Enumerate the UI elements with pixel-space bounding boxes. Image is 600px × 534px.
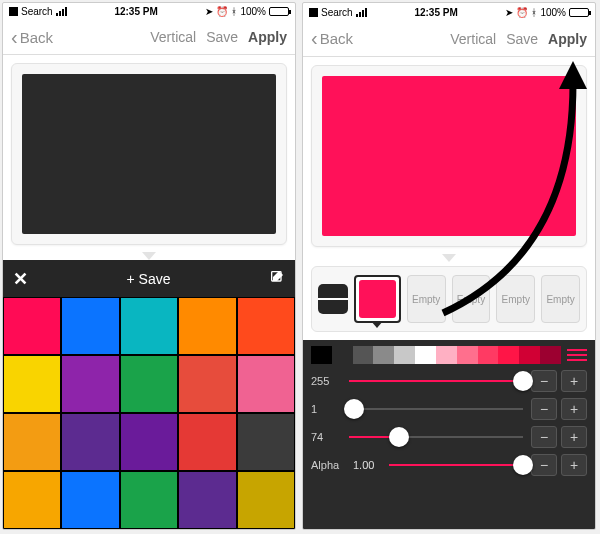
location-icon: ➤ [505, 7, 513, 18]
color-swatch[interactable] [62, 414, 118, 470]
back-button[interactable]: ‹Back [311, 27, 353, 50]
gradient-strip[interactable] [311, 346, 561, 364]
nav-bar: ‹Back Vertical Save Apply [303, 21, 595, 57]
increment-button[interactable]: + [561, 398, 587, 420]
swatch-slot-empty[interactable]: Empty [452, 275, 491, 323]
color-swatch[interactable] [121, 472, 177, 528]
color-swatch[interactable] [121, 356, 177, 412]
swatch-menu-button[interactable] [318, 284, 348, 314]
decrement-button[interactable]: − [531, 426, 557, 448]
color-swatch[interactable] [238, 356, 294, 412]
color-swatch[interactable] [179, 472, 235, 528]
color-swatch[interactable] [179, 414, 235, 470]
swatch-slot-empty[interactable]: Empty [496, 275, 535, 323]
alarm-icon: ⏰ [216, 6, 228, 17]
increment-button[interactable]: + [561, 370, 587, 392]
slider-blue-value: 74 [311, 431, 341, 443]
apply-button[interactable]: Apply [548, 31, 587, 47]
bluetooth-icon: ᚼ [231, 6, 237, 17]
card-notch-icon [442, 254, 456, 262]
nav-bar: ‹Back Vertical Save Apply [3, 20, 295, 55]
slider-alpha-label: Alpha [311, 459, 345, 471]
chevron-left-icon: ‹ [11, 26, 18, 49]
save-button[interactable]: Save [206, 29, 238, 45]
color-swatch[interactable] [179, 356, 235, 412]
slider-blue: 74 −+ [311, 426, 587, 448]
swatch-slot-active[interactable] [354, 275, 401, 323]
slider-green-value: 1 [311, 403, 341, 415]
color-swatch[interactable] [62, 298, 118, 354]
phone-left: Search 12:35 PM ➤ ⏰ ᚼ 100% ‹Back Vertica… [2, 2, 296, 530]
color-swatch[interactable] [238, 298, 294, 354]
location-icon: ➤ [205, 6, 213, 17]
save-button[interactable]: Save [506, 31, 538, 47]
slider-red: 255 −+ [311, 370, 587, 392]
slider-green: 1 −+ [311, 398, 587, 420]
status-time: 12:35 PM [67, 6, 206, 17]
vertical-button[interactable]: Vertical [150, 29, 196, 45]
close-icon[interactable]: ✕ [13, 268, 28, 290]
battery-pct: 100% [540, 7, 566, 18]
vertical-button[interactable]: Vertical [450, 31, 496, 47]
slider-red-value: 255 [311, 375, 341, 387]
signal-icon [356, 8, 367, 17]
back-label: Back [320, 30, 353, 47]
slider-blue-track[interactable] [349, 426, 523, 448]
bluetooth-icon: ᚼ [531, 7, 537, 18]
increment-button[interactable]: + [561, 454, 587, 476]
card-notch-icon [142, 252, 156, 260]
editor-menu-icon[interactable] [567, 349, 587, 361]
color-swatch[interactable] [62, 472, 118, 528]
slider-alpha-value: 1.00 [353, 459, 381, 471]
palette-header: ✕ + Save [3, 260, 295, 297]
color-swatch[interactable] [4, 356, 60, 412]
signal-icon [56, 7, 67, 16]
palette-save-button[interactable]: + Save [28, 271, 269, 287]
color-swatch[interactable] [62, 356, 118, 412]
color-editor: 255 −+ 1 −+ 74 −+ Alpha 1.00 −+ [303, 340, 595, 529]
battery-icon [569, 8, 589, 17]
status-search[interactable]: Search [21, 6, 53, 17]
color-preview[interactable] [22, 74, 276, 234]
color-swatch[interactable] [121, 414, 177, 470]
battery-pct: 100% [240, 6, 266, 17]
status-search[interactable]: Search [321, 7, 353, 18]
color-swatch[interactable] [4, 414, 60, 470]
back-button[interactable]: ‹Back [11, 26, 53, 49]
increment-button[interactable]: + [561, 426, 587, 448]
chevron-left-icon: ‹ [311, 27, 318, 50]
status-bar: Search 12:35 PM ➤ ⏰ ᚼ 100% [303, 3, 595, 21]
back-label: Back [20, 29, 53, 46]
color-grid [3, 297, 295, 529]
decrement-button[interactable]: − [531, 370, 557, 392]
color-swatch[interactable] [121, 298, 177, 354]
preview-card [11, 63, 287, 245]
swatch-slot-empty[interactable]: Empty [541, 275, 580, 323]
color-swatch[interactable] [238, 414, 294, 470]
swatch-slot-empty[interactable]: Empty [407, 275, 446, 323]
edit-icon[interactable] [269, 269, 285, 288]
decrement-button[interactable]: − [531, 398, 557, 420]
slider-alpha-track[interactable] [389, 454, 523, 476]
status-bar: Search 12:35 PM ➤ ⏰ ᚼ 100% [3, 3, 295, 20]
color-swatch[interactable] [179, 298, 235, 354]
color-preview[interactable] [322, 76, 576, 236]
alarm-icon: ⏰ [516, 7, 528, 18]
decrement-button[interactable]: − [531, 454, 557, 476]
battery-icon [269, 7, 289, 16]
color-swatch[interactable] [4, 298, 60, 354]
apply-button[interactable]: Apply [248, 29, 287, 45]
swatch-slots: Empty Empty Empty Empty [311, 266, 587, 332]
phone-right: Search 12:35 PM ➤ ⏰ ᚼ 100% ‹Back Vertica… [302, 2, 596, 530]
status-time: 12:35 PM [367, 7, 506, 18]
color-swatch[interactable] [4, 472, 60, 528]
preview-card [311, 65, 587, 247]
app-return-icon[interactable] [9, 7, 18, 16]
app-return-icon[interactable] [309, 8, 318, 17]
slider-red-track[interactable] [349, 370, 523, 392]
slider-alpha: Alpha 1.00 −+ [311, 454, 587, 476]
color-swatch[interactable] [238, 472, 294, 528]
slider-green-track[interactable] [349, 398, 523, 420]
